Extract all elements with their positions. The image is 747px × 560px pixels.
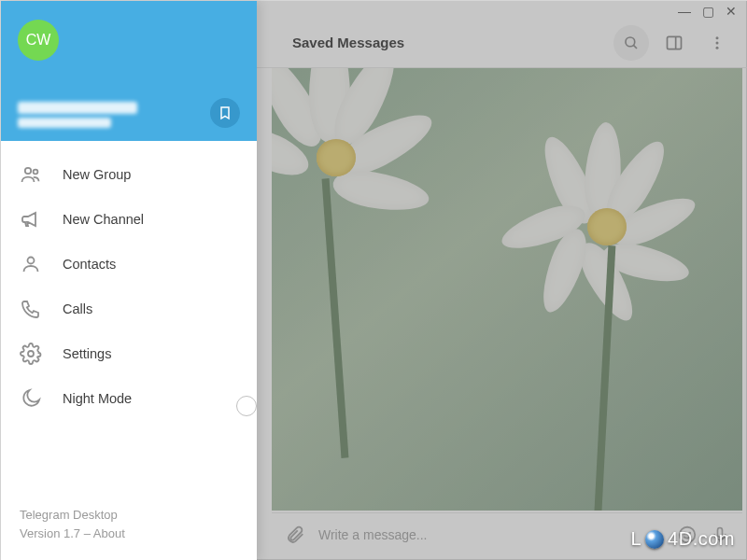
panel-icon bbox=[665, 34, 684, 52]
person-icon bbox=[20, 253, 42, 275]
search-icon bbox=[623, 35, 640, 51]
profile-info bbox=[18, 102, 137, 128]
menu-new-group[interactable]: New Group bbox=[1, 152, 257, 197]
bookmark-icon bbox=[218, 105, 233, 120]
globe-icon bbox=[645, 530, 664, 549]
menu-calls[interactable]: Calls bbox=[1, 287, 257, 331]
close-button[interactable]: ✕ bbox=[726, 5, 737, 18]
svg-point-13 bbox=[28, 258, 35, 264]
profile-name-redacted bbox=[18, 102, 137, 114]
megaphone-icon bbox=[20, 208, 42, 231]
drawer-menu: New Group New Channel Contacts bbox=[1, 141, 257, 493]
gear-icon bbox=[20, 343, 42, 365]
chat-title: Saved Messages bbox=[292, 35, 404, 50]
app-name: Telegram Desktop bbox=[20, 506, 238, 525]
svg-rect-2 bbox=[668, 36, 682, 49]
search-button[interactable] bbox=[613, 25, 649, 61]
paperclip-icon bbox=[285, 525, 305, 545]
group-icon bbox=[20, 163, 42, 186]
moon-icon bbox=[20, 387, 42, 410]
more-button[interactable] bbox=[699, 25, 735, 61]
about-link[interactable]: About bbox=[93, 526, 125, 540]
menu-new-channel[interactable]: New Channel bbox=[1, 197, 257, 242]
avatar[interactable]: CW bbox=[18, 20, 59, 61]
more-vertical-icon bbox=[709, 35, 726, 51]
menu-settings[interactable]: Settings bbox=[1, 331, 257, 376]
menu-label: New Group bbox=[63, 167, 131, 182]
profile-phone-redacted bbox=[18, 118, 111, 128]
window-controls: — ▢ ✕ bbox=[678, 1, 746, 18]
svg-point-0 bbox=[626, 37, 635, 47]
menu-label: New Channel bbox=[63, 212, 144, 227]
message-input[interactable]: Write a message... bbox=[318, 527, 664, 542]
svg-point-6 bbox=[716, 46, 719, 49]
menu-contacts[interactable]: Contacts bbox=[1, 242, 257, 287]
svg-point-14 bbox=[28, 351, 34, 357]
menu-night-mode[interactable]: Night Mode bbox=[1, 376, 257, 421]
maximize-button[interactable]: ▢ bbox=[702, 5, 714, 18]
svg-point-4 bbox=[716, 36, 719, 39]
menu-label: Night Mode bbox=[63, 391, 132, 406]
menu-label: Settings bbox=[63, 346, 111, 361]
saved-messages-shortcut[interactable] bbox=[210, 98, 240, 128]
side-panel-button[interactable] bbox=[656, 25, 692, 61]
main-menu-drawer: CW New Group bbox=[1, 1, 257, 560]
svg-point-5 bbox=[716, 41, 719, 44]
svg-line-1 bbox=[633, 45, 637, 49]
menu-label: Calls bbox=[63, 301, 92, 316]
svg-point-11 bbox=[25, 168, 31, 174]
app-version: Version 1.7 – bbox=[20, 526, 93, 540]
chat-background bbox=[272, 68, 742, 511]
svg-point-12 bbox=[34, 170, 38, 175]
drawer-header: CW bbox=[1, 1, 257, 141]
minimize-button[interactable]: — bbox=[678, 5, 691, 18]
watermark: L 4D.com bbox=[630, 528, 735, 550]
attach-button[interactable] bbox=[285, 525, 305, 545]
phone-icon bbox=[20, 298, 42, 320]
menu-label: Contacts bbox=[63, 257, 116, 272]
drawer-footer: Telegram Desktop Version 1.7 – About bbox=[1, 493, 257, 560]
